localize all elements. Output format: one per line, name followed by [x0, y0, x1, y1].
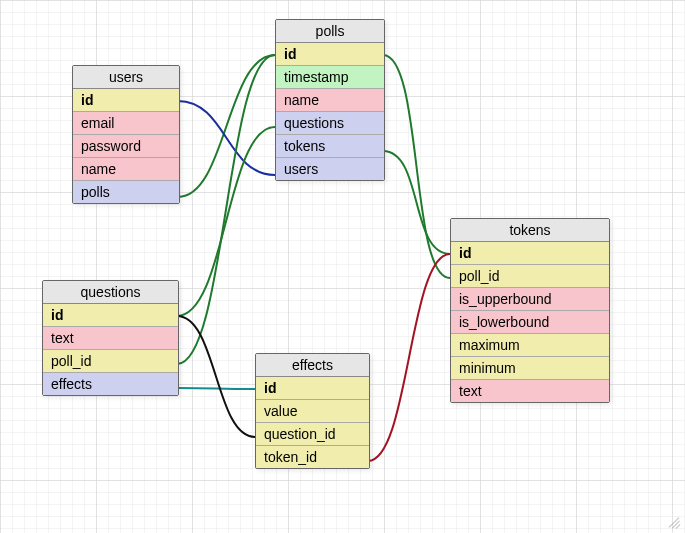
- field-tokens-maximum[interactable]: maximum: [451, 334, 609, 357]
- table-title: questions: [43, 281, 178, 304]
- field-users-id[interactable]: id: [73, 89, 179, 112]
- field-users-email[interactable]: email: [73, 112, 179, 135]
- field-effects-token_id[interactable]: token_id: [256, 446, 369, 468]
- field-tokens-is_lowerbound[interactable]: is_lowerbound: [451, 311, 609, 334]
- field-questions-text[interactable]: text: [43, 327, 178, 350]
- table-questions[interactable]: questionsidtextpoll_ideffects: [42, 280, 179, 396]
- field-tokens-text[interactable]: text: [451, 380, 609, 402]
- field-polls-questions[interactable]: questions: [276, 112, 384, 135]
- field-users-password[interactable]: password: [73, 135, 179, 158]
- field-polls-id[interactable]: id: [276, 43, 384, 66]
- field-questions-poll_id[interactable]: poll_id: [43, 350, 178, 373]
- table-title: polls: [276, 20, 384, 43]
- resize-handle-icon[interactable]: [667, 515, 681, 529]
- table-users[interactable]: usersidemailpasswordnamepolls: [72, 65, 180, 204]
- table-polls[interactable]: pollsidtimestampnamequestionstokensusers: [275, 19, 385, 181]
- field-polls-timestamp[interactable]: timestamp: [276, 66, 384, 89]
- table-effects[interactable]: effectsidvaluequestion_idtoken_id: [255, 353, 370, 469]
- table-title: effects: [256, 354, 369, 377]
- field-users-polls[interactable]: polls: [73, 181, 179, 203]
- field-questions-id[interactable]: id: [43, 304, 178, 327]
- field-tokens-is_upperbound[interactable]: is_upperbound: [451, 288, 609, 311]
- field-users-name[interactable]: name: [73, 158, 179, 181]
- field-effects-id[interactable]: id: [256, 377, 369, 400]
- table-title: tokens: [451, 219, 609, 242]
- field-polls-name[interactable]: name: [276, 89, 384, 112]
- field-effects-value[interactable]: value: [256, 400, 369, 423]
- table-title: users: [73, 66, 179, 89]
- field-tokens-id[interactable]: id: [451, 242, 609, 265]
- field-tokens-poll_id[interactable]: poll_id: [451, 265, 609, 288]
- field-effects-question_id[interactable]: question_id: [256, 423, 369, 446]
- field-questions-effects[interactable]: effects: [43, 373, 178, 395]
- field-polls-users[interactable]: users: [276, 158, 384, 180]
- field-tokens-minimum[interactable]: minimum: [451, 357, 609, 380]
- table-tokens[interactable]: tokensidpoll_idis_upperboundis_lowerboun…: [450, 218, 610, 403]
- field-polls-tokens[interactable]: tokens: [276, 135, 384, 158]
